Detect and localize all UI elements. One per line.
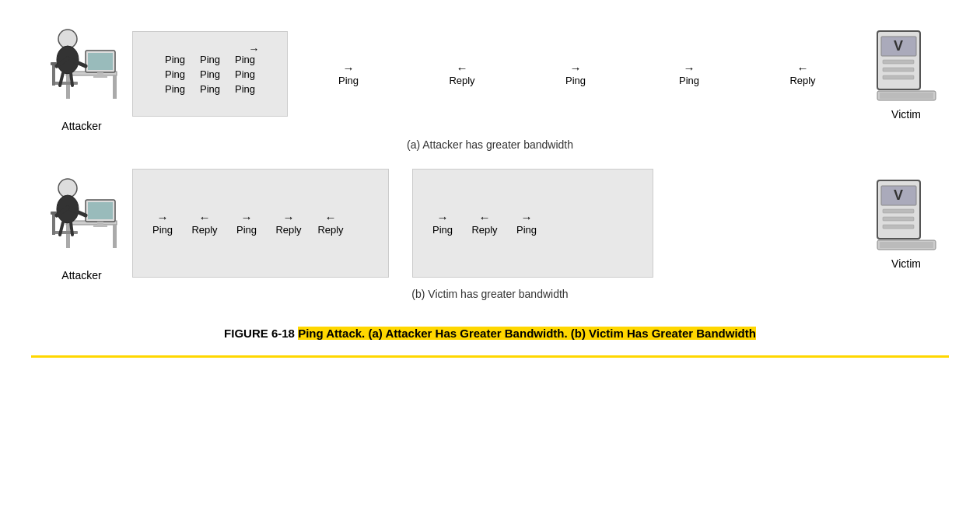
svg-rect-43 — [883, 217, 914, 221]
ping-a-r3c2: Ping — [193, 83, 228, 95]
attacker-figure-b: Attacker — [31, 165, 132, 281]
svg-rect-28 — [88, 202, 113, 219]
network-area-b: → Ping ← Reply → Ping → Reply — [132, 169, 863, 278]
svg-rect-4 — [88, 53, 113, 70]
ping-a-r3c1: Ping — [158, 83, 193, 95]
svg-point-34 — [58, 179, 77, 198]
net-messages-a: → Ping ← Reply → Ping → Ping — [288, 61, 863, 86]
svg-rect-20 — [883, 75, 914, 79]
figure-label: FIGURE 6-18 — [224, 327, 298, 340]
bottom-bar — [31, 355, 949, 359]
diagram-a-row: Attacker Ping Ping Ping→ Ping Ping Ping — [31, 16, 949, 132]
ping-a-r3c3: Ping — [228, 83, 263, 95]
svg-text:V: V — [893, 187, 902, 203]
svg-point-10 — [58, 30, 77, 48]
caption-a: (a) Attacker has greater bandwidth — [407, 138, 573, 151]
svg-rect-26 — [113, 225, 117, 248]
msg-reply1-a: ← Reply — [442, 61, 482, 86]
ping-a-r2c2: Ping — [193, 68, 228, 80]
svg-rect-32 — [52, 212, 55, 235]
diagram-b: Attacker → Ping ← Reply → Ping — [31, 165, 949, 300]
svg-rect-19 — [883, 68, 914, 72]
victim-figure-a: V Victim — [863, 27, 949, 121]
svg-rect-6 — [93, 76, 107, 78]
ping-a-r1c1: Ping — [158, 54, 193, 65]
msg-reply2-a: ← Reply — [782, 61, 823, 86]
victim-server-icon-a: V — [873, 27, 940, 105]
right-msg-row-b: → Ping ← Reply → Ping — [422, 211, 547, 236]
attacker-bandwidth-box-b: → Ping ← Reply → Ping → Reply — [132, 169, 389, 278]
victim-figure-b: V Victim — [863, 177, 949, 270]
svg-rect-18 — [883, 60, 914, 64]
svg-rect-42 — [883, 209, 914, 213]
b-l-msg2: ← Reply — [184, 211, 225, 236]
attacker-figure-a: Attacker — [31, 16, 132, 132]
svg-rect-25 — [66, 225, 70, 248]
svg-rect-29 — [97, 222, 103, 226]
svg-rect-8 — [52, 62, 55, 86]
svg-rect-31 — [54, 231, 78, 234]
b-r-msg2: ← Reply — [464, 211, 505, 236]
attacker-person-icon — [43, 16, 121, 117]
left-msg-row-b: → Ping ← Reply → Ping → Reply — [142, 211, 351, 236]
attacker-label-a: Attacker — [61, 120, 101, 132]
victim-bandwidth-box-b: → Ping ← Reply → Ping — [412, 169, 653, 278]
svg-text:V: V — [893, 38, 902, 54]
ping-a-r2c1: Ping — [158, 68, 193, 80]
ping-a-r1c3: Ping→ — [228, 54, 263, 65]
svg-rect-7 — [54, 82, 78, 85]
msg-ping1-a: → Ping — [328, 61, 369, 86]
svg-rect-5 — [97, 72, 103, 76]
msg-ping2-a: → Ping — [555, 61, 596, 86]
b-r-msg1: → Ping — [422, 211, 463, 236]
svg-rect-47 — [880, 242, 933, 248]
victim-label-b: Victim — [891, 257, 921, 270]
svg-rect-44 — [883, 225, 914, 229]
network-area-a: Ping Ping Ping→ Ping Ping Ping Ping Ping… — [132, 31, 863, 117]
svg-line-15 — [71, 73, 72, 86]
diagram-a: Attacker Ping Ping Ping→ Ping Ping Ping — [31, 16, 949, 151]
diagram-b-row: Attacker → Ping ← Reply → Ping — [31, 165, 949, 281]
svg-line-39 — [71, 222, 72, 235]
svg-rect-30 — [93, 226, 107, 227]
victim-server-icon-b: V — [873, 177, 940, 254]
caption-b: (b) Victim has greater bandwidth — [411, 288, 568, 300]
svg-rect-23 — [880, 93, 933, 99]
b-r-msg3: → Ping — [506, 211, 547, 236]
b-l-msg3: → Ping — [226, 211, 267, 236]
b-l-msg4: → Reply — [268, 211, 309, 236]
figure-highlight: Ping Attack. (a) Attacker Has Greater Ba… — [298, 327, 756, 340]
b-l-msg5: ← Reply — [310, 211, 351, 236]
figure-caption-area: FIGURE 6-18 Ping Attack. (a) Attacker Ha… — [31, 314, 949, 346]
victim-label-a: Victim — [891, 108, 921, 121]
ping-a-r2c3: Ping — [228, 68, 263, 80]
svg-rect-2 — [113, 75, 117, 99]
b-l-msg1: → Ping — [142, 211, 183, 236]
figure-caption: FIGURE 6-18 Ping Attack. (a) Attacker Ha… — [140, 325, 840, 343]
attacker-person-icon-b — [43, 165, 121, 266]
msg-ping3-a: → Ping — [669, 61, 709, 86]
attacker-label-b: Attacker — [61, 269, 101, 281]
ping-a-r1c2: Ping — [193, 54, 228, 65]
svg-rect-1 — [66, 75, 70, 99]
attacker-bandwidth-box-a: Ping Ping Ping→ Ping Ping Ping Ping Ping… — [132, 31, 288, 117]
